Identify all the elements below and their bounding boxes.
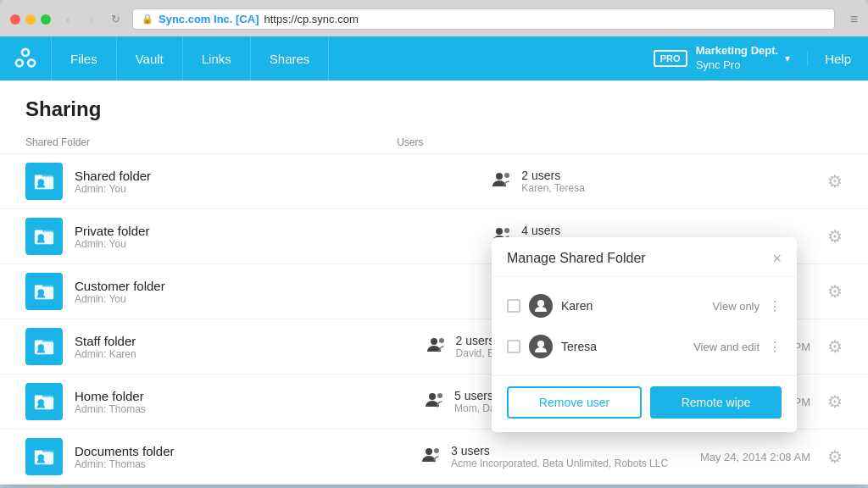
- users-text: 3 users Acme Incorporated, Beta Unlimite…: [451, 444, 668, 469]
- back-button[interactable]: ‹: [59, 11, 76, 28]
- col-header-users: Users: [397, 136, 694, 148]
- users-count: 2 users: [521, 169, 585, 182]
- folder-info: Private folder Admin: You: [75, 224, 492, 250]
- svg-point-34: [429, 393, 436, 400]
- browser-menu-button[interactable]: ≡: [850, 12, 858, 27]
- modal-body: Karen View only ⋮ Teresa View and edit ⋮: [492, 277, 797, 375]
- user-plan: Sync Pro: [696, 58, 779, 73]
- folder-icon: [25, 273, 63, 310]
- folder-icon: [25, 163, 63, 200]
- col-header-actions: [694, 136, 843, 148]
- remote-wipe-button[interactable]: Remote wipe: [650, 386, 782, 419]
- svg-rect-8: [35, 175, 42, 179]
- traffic-lights: [10, 14, 51, 25]
- user-permission: View and edit: [693, 341, 760, 353]
- help-button[interactable]: Help: [807, 52, 868, 66]
- svg-point-40: [426, 448, 432, 455]
- users-info: 3 users Acme Incorporated, Beta Unlimite…: [422, 444, 700, 469]
- folder-settings-button[interactable]: ⚙: [827, 391, 843, 412]
- svg-point-28: [431, 338, 437, 345]
- folder-settings-button[interactable]: ⚙: [827, 226, 843, 247]
- nav-tab-links[interactable]: Links: [183, 36, 251, 80]
- svg-point-35: [437, 393, 442, 398]
- user-name: Teresa: [561, 340, 685, 353]
- folder-settings-button[interactable]: ⚙: [827, 446, 843, 467]
- col-header-folder: Shared Folder: [25, 136, 397, 148]
- folder-info: Customer folder Admin: You: [75, 279, 492, 305]
- folder-name: Documents folder: [75, 444, 422, 458]
- svg-rect-26: [35, 341, 42, 344]
- svg-point-3: [23, 50, 27, 54]
- user-options-button[interactable]: ⋮: [768, 339, 782, 355]
- folder-settings-button[interactable]: ⚙: [827, 281, 843, 302]
- app-logo: [0, 45, 51, 72]
- svg-point-17: [504, 228, 509, 233]
- user-checkbox[interactable]: [507, 340, 520, 353]
- folder-info: Documents folder Admin: Thomas: [75, 444, 422, 470]
- nav-tab-files[interactable]: Files: [51, 36, 117, 80]
- user-dropdown-button[interactable]: ▾: [785, 53, 790, 64]
- forward-button[interactable]: ›: [83, 11, 100, 28]
- traffic-light-yellow[interactable]: [25, 14, 36, 25]
- modal-title: Manage Shared Folder: [507, 251, 646, 266]
- folder-name: Private folder: [75, 224, 492, 238]
- folder-admin: Admin: Thomas: [75, 403, 426, 415]
- folder-row: Documents folder Admin: Thomas 3 users A…: [0, 430, 868, 485]
- manage-folder-modal: Manage Shared Folder × Karen View only ⋮: [492, 237, 797, 432]
- svg-point-43: [537, 341, 544, 347]
- content-wrapper: Sharing Shared Folder Users Shared folde…: [0, 80, 868, 485]
- app-header: Files Vault Links Shares PRO Marketing D…: [0, 36, 868, 80]
- svg-point-4: [17, 61, 21, 65]
- folder-name: Staff folder: [75, 334, 427, 348]
- folder-icon: [25, 218, 63, 255]
- nav-tabs: Files Vault Links Shares: [51, 36, 329, 80]
- users-count: 3 users: [451, 444, 668, 458]
- folder-name: Home folder: [75, 389, 426, 403]
- header-right: PRO Marketing Dept. Sync Pro ▾ Help: [654, 44, 868, 73]
- user-info: Marketing Dept. Sync Pro: [696, 44, 786, 73]
- folder-name: Customer folder: [75, 279, 492, 293]
- folder-icon: [25, 438, 63, 475]
- user-company: Marketing Dept.: [696, 44, 779, 58]
- folder-settings-button[interactable]: ⚙: [827, 336, 843, 357]
- folder-row: Shared folder Admin: You 2 users Karen, …: [0, 154, 868, 209]
- traffic-light-red[interactable]: [10, 14, 20, 25]
- address-url: https://cp.sync.com: [264, 13, 358, 25]
- modal-close-button[interactable]: ×: [772, 251, 782, 266]
- address-bar[interactable]: 🔒 Sync.com Inc. [CA] https://cp.sync.com: [132, 8, 835, 30]
- pro-badge: PRO: [654, 50, 687, 67]
- ca-badge: Sync.com Inc. [CA]: [159, 13, 259, 25]
- svg-rect-20: [35, 286, 42, 289]
- traffic-light-green[interactable]: [41, 14, 51, 25]
- user-avatar: [529, 294, 553, 318]
- nav-tab-vault[interactable]: Vault: [117, 36, 183, 80]
- folder-info: Staff folder Admin: Karen: [75, 334, 427, 360]
- user-options-button[interactable]: ⋮: [768, 298, 782, 314]
- svg-rect-38: [35, 451, 42, 454]
- user-avatar: [529, 335, 553, 358]
- folder-date: May 24, 2014 2:08 AM: [700, 451, 810, 463]
- folder-info: Shared folder Admin: You: [75, 169, 492, 195]
- remove-user-button[interactable]: Remove user: [507, 386, 642, 419]
- svg-point-42: [537, 300, 544, 307]
- users-names: Karen, Teresa: [521, 182, 585, 194]
- users-icon: [426, 391, 446, 413]
- users-icon: [492, 171, 513, 192]
- user-name: Karen: [561, 299, 704, 313]
- svg-rect-32: [35, 396, 42, 399]
- user-checkbox[interactable]: [507, 299, 520, 313]
- folder-icon: [25, 383, 63, 420]
- users-names: Acme Incorporated, Beta Unlimited, Robot…: [451, 458, 668, 469]
- modal-user-row: Teresa View and edit ⋮: [492, 326, 797, 367]
- folder-admin: Admin: Karen: [75, 348, 427, 360]
- folder-settings-button[interactable]: ⚙: [827, 171, 843, 191]
- users-icon: [422, 446, 442, 468]
- refresh-button[interactable]: ↻: [107, 11, 124, 28]
- lock-icon: 🔒: [142, 14, 153, 25]
- folder-admin: Admin: You: [75, 238, 492, 250]
- svg-point-11: [504, 173, 509, 178]
- svg-point-10: [496, 173, 503, 180]
- nav-tab-shares[interactable]: Shares: [251, 36, 330, 80]
- folder-icon: [25, 328, 63, 365]
- svg-point-5: [29, 61, 33, 65]
